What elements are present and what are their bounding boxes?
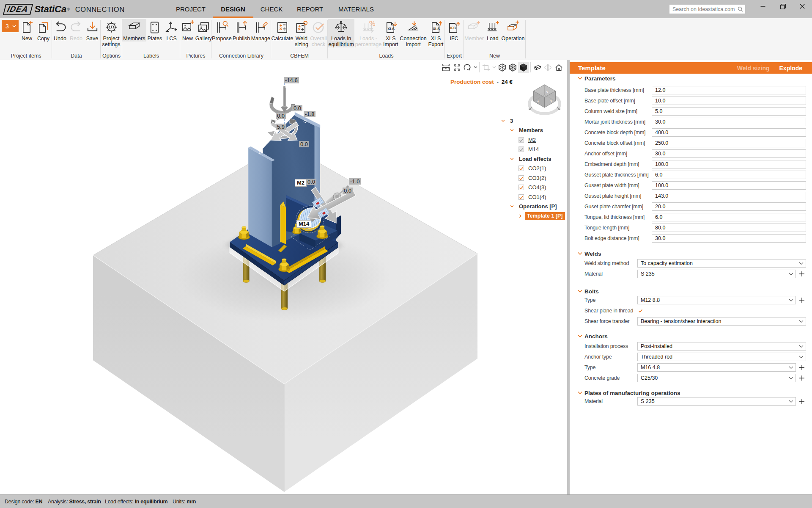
- tree-chevron-icon[interactable]: [510, 157, 514, 161]
- value-select[interactable]: M12 8.8: [637, 296, 796, 304]
- tree-checkbox[interactable]: [518, 185, 524, 190]
- new-project-item-button[interactable]: New: [19, 19, 35, 41]
- loads-in-equilibrium-toggle[interactable]: Loads inequilibrium: [328, 19, 354, 47]
- xls-export-button[interactable]: XLSExport: [427, 19, 444, 47]
- home-view-button[interactable]: [554, 62, 564, 73]
- menu-tab-project[interactable]: PROJECT: [167, 0, 214, 18]
- weld-sizing-button[interactable]: Weldsizing: [294, 19, 310, 47]
- add-item-icon[interactable]: [799, 297, 805, 303]
- restore-button[interactable]: [776, 0, 790, 13]
- value-input[interactable]: 143.0: [652, 192, 806, 200]
- loads-percentage-toggle[interactable]: Loads -percentage: [354, 19, 382, 47]
- tree-item-co1[interactable]: CO1(4): [499, 192, 567, 202]
- tree-group-load-effects[interactable]: Load effects: [499, 154, 567, 164]
- tree-item-template-1[interactable]: Template 1 [P]: [499, 211, 567, 221]
- section-collapse-icon[interactable]: [578, 77, 582, 80]
- ifc-export-button[interactable]: IFC: [445, 19, 463, 41]
- solid-view-button[interactable]: [518, 62, 529, 73]
- value-select[interactable]: S 235: [637, 270, 796, 278]
- tree-chevron-icon[interactable]: [510, 204, 514, 208]
- wireframe-view-button[interactable]: [497, 62, 507, 73]
- tree-checkbox[interactable]: [518, 194, 524, 200]
- tree-chevron-icon[interactable]: [510, 128, 514, 132]
- save-button[interactable]: Save: [84, 19, 100, 41]
- value-input[interactable]: 30.0: [652, 234, 806, 243]
- minimize-button[interactable]: [756, 0, 770, 13]
- project-item-selector[interactable]: 3: [2, 20, 19, 32]
- overall-check-button[interactable]: Overallcheck: [310, 19, 327, 47]
- value-input[interactable]: 250.0: [652, 139, 806, 147]
- tree-checkbox[interactable]: [518, 166, 524, 171]
- value-input[interactable]: 30.0: [652, 118, 806, 126]
- zoom-fit-button[interactable]: [451, 62, 462, 73]
- tree-item-co3[interactable]: CO3(2): [499, 173, 567, 183]
- value-input[interactable]: 400.0: [652, 128, 806, 137]
- menu-tab-materials[interactable]: MATERIALS: [333, 0, 379, 18]
- tree-item-co2[interactable]: CO2(1): [499, 164, 567, 174]
- section-collapse-icon[interactable]: [578, 391, 582, 395]
- value-select[interactable]: Post-installed: [637, 342, 806, 351]
- redo-button[interactable]: Redo: [68, 19, 84, 41]
- new-picture-button[interactable]: New: [180, 19, 196, 41]
- tree-item-m14[interactable]: M14: [499, 145, 567, 155]
- section-view-button[interactable]: [481, 62, 491, 73]
- tree-item-co4[interactable]: CO4(3): [499, 183, 567, 193]
- section-view-dropdown[interactable]: [492, 62, 497, 73]
- value-select[interactable]: To capacity estimation: [637, 259, 806, 268]
- calculate-button[interactable]: Calculate: [271, 19, 294, 41]
- clip-plane-button[interactable]: [543, 62, 553, 73]
- tree-checkbox[interactable]: [518, 146, 524, 152]
- xls-import-button[interactable]: XLSImport: [382, 19, 399, 47]
- propose-button[interactable]: Propose: [211, 19, 232, 41]
- value-select[interactable]: C25/30: [637, 374, 796, 382]
- checkbox-checked[interactable]: [638, 308, 643, 313]
- section-collapse-icon[interactable]: [578, 252, 582, 255]
- value-input[interactable]: 5.0: [652, 107, 806, 116]
- value-input[interactable]: 100.0: [652, 181, 806, 190]
- value-select[interactable]: Bearing - tension/shear interaction: [637, 317, 806, 326]
- value-input[interactable]: 100.0: [652, 160, 806, 168]
- connection-import-button[interactable]: ConnectionImport: [399, 19, 427, 47]
- add-item-icon[interactable]: [799, 398, 805, 404]
- tree-group-members[interactable]: Members: [499, 126, 567, 135]
- rotate-view-dropdown[interactable]: [473, 62, 478, 73]
- tree-chevron-icon[interactable]: [501, 119, 505, 123]
- new-load-button[interactable]: Load: [485, 19, 501, 41]
- tree-checkbox[interactable]: [518, 137, 524, 143]
- plate-view-button[interactable]: [532, 62, 543, 73]
- value-select[interactable]: M16 4.8: [637, 363, 796, 372]
- value-select[interactable]: S 235: [637, 397, 796, 406]
- value-input[interactable]: 6.0: [652, 171, 806, 179]
- manage-button[interactable]: Manage: [251, 19, 271, 41]
- panel-explode-button[interactable]: Explode: [779, 65, 802, 72]
- panel-weld-sizing-button[interactable]: Weld sizing: [737, 65, 770, 72]
- value-select[interactable]: Threaded rod: [637, 353, 806, 361]
- plates-labels-toggle[interactable]: Plates: [146, 19, 163, 41]
- new-operation-button[interactable]: Operation: [501, 19, 525, 41]
- undo-button[interactable]: Undo: [52, 19, 68, 41]
- value-input[interactable]: 30.0: [652, 149, 806, 158]
- project-settings-button[interactable]: Projectsettings: [101, 19, 122, 47]
- rotate-view-button[interactable]: [462, 62, 473, 73]
- view-cube[interactable]: z x y: [534, 85, 556, 108]
- menu-tab-report[interactable]: REPORT: [287, 0, 333, 18]
- new-member-button[interactable]: Member: [464, 19, 485, 41]
- value-input[interactable]: 80.0: [652, 224, 806, 232]
- tree-item-project-3[interactable]: 3: [499, 116, 567, 126]
- 3d-viewport[interactable]: Production cost - 24 € z x y -14.6 0.0 -…: [0, 60, 567, 494]
- members-labels-toggle[interactable]: Members: [122, 19, 146, 41]
- section-collapse-icon[interactable]: [578, 290, 582, 293]
- transparent-view-button[interactable]: [508, 62, 518, 73]
- tree-checkbox[interactable]: [518, 175, 524, 181]
- measure-tool-button[interactable]: [441, 62, 451, 73]
- add-item-icon[interactable]: [799, 271, 805, 277]
- publish-button[interactable]: Publish: [232, 19, 251, 41]
- tree-chevron-icon[interactable]: [518, 214, 522, 218]
- search-input[interactable]: Search on ideastatica.com: [669, 5, 745, 14]
- gallery-button[interactable]: Gallery: [196, 19, 212, 41]
- tree-group-operations[interactable]: Operations [P]: [499, 202, 567, 212]
- add-item-icon[interactable]: [799, 364, 805, 370]
- value-input[interactable]: 6.0: [652, 213, 806, 221]
- value-input[interactable]: 12.0: [652, 86, 806, 94]
- section-collapse-icon[interactable]: [578, 334, 582, 338]
